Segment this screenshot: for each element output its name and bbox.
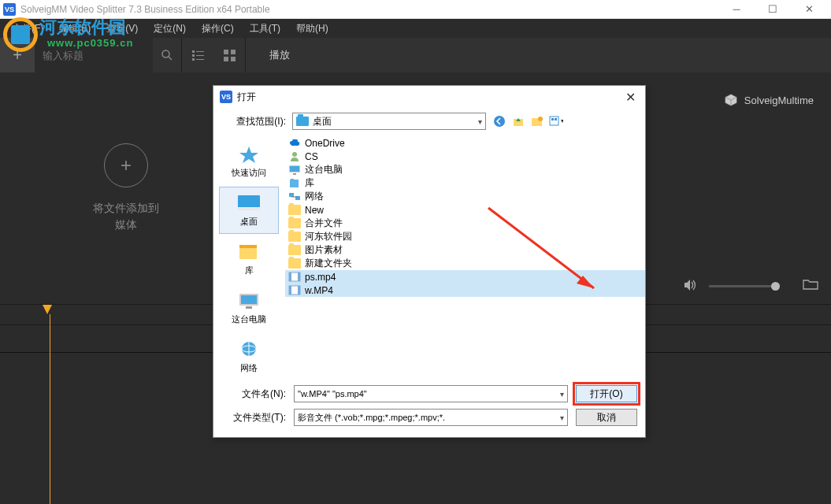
grid-view-icon[interactable] [213, 38, 245, 72]
title-input[interactable] [35, 38, 153, 72]
file-item[interactable]: 河东软件园 [285, 230, 645, 243]
file-name: 这台电脑 [305, 163, 343, 176]
menu-file[interactable]: 文件(F) [5, 22, 51, 35]
svg-rect-7 [196, 59, 204, 60]
filetype-combo[interactable]: 影音文件 (*.vob;*.mpg;*.mpeg;*.mpv;*.▾ [294, 409, 568, 426]
lookin-combo[interactable]: 桌面 ▾ [292, 113, 486, 130]
maximize-button[interactable]: ☐ [762, 2, 784, 17]
brand-logo: SolveigMultime [724, 93, 814, 107]
file-name: 新建文件夹 [305, 257, 352, 270]
file-item[interactable]: CS [285, 150, 645, 163]
playhead[interactable] [47, 305, 52, 504]
file-item[interactable]: 图片素材 [285, 243, 645, 257]
dialog-title: 打开 [237, 91, 622, 104]
file-item[interactable]: ps.mp4 [285, 270, 645, 284]
menu-navigate[interactable]: 定位(N) [146, 22, 194, 35]
search-icon[interactable] [153, 38, 181, 72]
folder-icon [288, 245, 301, 255]
file-item[interactable]: 新建文件夹 [285, 257, 645, 270]
file-item[interactable]: 库 [285, 176, 645, 190]
svg-rect-5 [196, 55, 204, 56]
titlebar: VS SolveigMM Video Splitter 7.3 Business… [0, 0, 831, 19]
video-icon [288, 272, 301, 282]
menu-tools[interactable]: 工具(T) [242, 22, 288, 35]
user-icon [288, 151, 301, 161]
file-list[interactable]: OneDriveCS这台电脑库网络New合并文件河东软件园图片素材新建文件夹ps… [284, 135, 645, 380]
svg-rect-22 [239, 245, 257, 248]
folder-icon [288, 232, 301, 242]
sidebar-network[interactable]: 网络 [219, 333, 279, 380]
lib-icon [288, 178, 301, 188]
volume-icon[interactable] [684, 279, 698, 294]
cancel-button[interactable]: 取消 [576, 409, 637, 426]
cloud-icon [288, 138, 301, 148]
lookin-row: 查找范围(I): 桌面 ▾ [213, 108, 645, 135]
close-button[interactable]: ✕ [798, 2, 820, 17]
file-item[interactable]: 合并文件 [285, 217, 645, 230]
filetype-label: 文件类型(T): [221, 411, 286, 424]
file-item[interactable]: 这台电脑 [285, 163, 645, 176]
file-name: w.MP4 [305, 285, 333, 296]
open-button[interactable]: 打开(O) [576, 385, 637, 402]
folder-icon [288, 205, 301, 215]
play-tab[interactable]: 播放 [246, 38, 313, 72]
svg-rect-16 [550, 117, 558, 125]
svg-rect-42 [289, 286, 291, 295]
up-icon[interactable] [511, 114, 525, 128]
filename-input[interactable]: "w.MP4" "ps.mp4"▾ [294, 385, 568, 402]
view-menu-icon[interactable] [549, 114, 563, 128]
menu-control[interactable]: 操作(C) [194, 22, 242, 35]
menubar: 河东软件园 www.pc0359.cn 文件(F) 编辑(E) 查看(V) 定位… [0, 19, 831, 38]
window-controls: ─ ☐ ✕ [725, 2, 828, 17]
svg-rect-3 [196, 51, 204, 52]
svg-rect-33 [290, 180, 299, 187]
svg-rect-18 [555, 118, 557, 120]
file-name: 河东软件园 [305, 230, 352, 243]
svg-rect-25 [246, 306, 252, 309]
svg-point-0 [162, 50, 169, 57]
dialog-icon: VS [220, 91, 232, 103]
svg-rect-20 [238, 207, 260, 210]
file-item[interactable]: w.MP4 [285, 284, 645, 297]
svg-point-29 [292, 152, 297, 157]
add-media-button[interactable]: + [104, 143, 148, 187]
open-dialog: VS 打开 ✕ 查找范围(I): 桌面 ▾ 快速访问 桌面 [213, 85, 646, 438]
dialog-close-button[interactable]: ✕ [622, 90, 639, 105]
lookin-label: 查找范围(I): [221, 115, 286, 128]
menu-help[interactable]: 帮助(H) [288, 22, 336, 35]
svg-rect-10 [224, 57, 228, 61]
menu-edit[interactable]: 编辑(E) [51, 22, 98, 35]
desktop-icon [296, 117, 309, 126]
svg-rect-17 [551, 118, 554, 120]
menu-view[interactable]: 查看(V) [98, 22, 146, 35]
pc-icon [288, 165, 301, 175]
player-controls [684, 278, 818, 295]
folder-icon [288, 258, 301, 269]
add-button[interactable]: + [0, 38, 35, 72]
volume-slider[interactable] [709, 285, 780, 287]
file-name: 库 [305, 176, 314, 190]
minimize-button[interactable]: ─ [725, 2, 748, 17]
new-folder-icon[interactable] [530, 114, 544, 128]
sidebar-quick-access[interactable]: 快速访问 [219, 138, 279, 185]
dialog-bottom: 文件名(N): "w.MP4" "ps.mp4"▾ 打开(O) 文件类型(T):… [213, 380, 645, 437]
svg-line-1 [169, 57, 172, 60]
file-item[interactable]: New [285, 203, 645, 217]
file-item[interactable]: OneDrive [285, 136, 645, 150]
file-name: OneDrive [305, 138, 345, 149]
dialog-titlebar: VS 打开 ✕ [213, 86, 645, 108]
sidebar-desktop[interactable]: 桌面 [219, 187, 279, 234]
dialog-body: 快速访问 桌面 库 这台电脑 网络 OneDriveCS这台电脑库网络New合并… [213, 135, 645, 380]
back-icon[interactable] [492, 114, 506, 128]
file-item[interactable]: 网络 [285, 190, 645, 203]
sidebar-library[interactable]: 库 [219, 235, 279, 283]
svg-rect-8 [224, 50, 228, 54]
folder-icon [288, 218, 301, 228]
svg-rect-6 [192, 58, 195, 61]
net-icon [288, 191, 301, 202]
list-view-icon[interactable] [182, 38, 213, 72]
video-icon [288, 285, 301, 295]
sidebar-this-pc[interactable]: 这台电脑 [219, 284, 279, 332]
file-name: ps.mp4 [305, 272, 336, 283]
open-folder-icon[interactable] [803, 278, 818, 295]
